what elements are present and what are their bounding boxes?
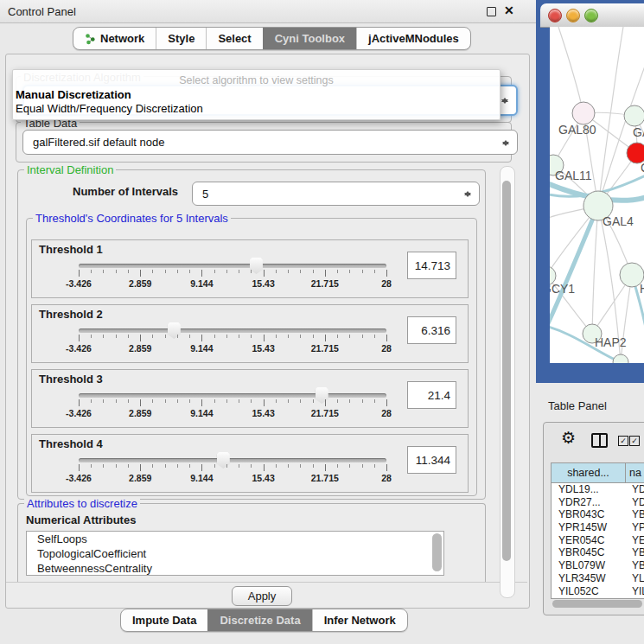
threshold-value-field[interactable]: 21.4 xyxy=(407,381,456,409)
minimize-light-icon[interactable] xyxy=(566,9,580,22)
tick-mark xyxy=(337,399,338,403)
panel-scrollbar-track[interactable] xyxy=(500,166,515,598)
tick-mark xyxy=(116,399,117,403)
node-table[interactable]: shared... na YDL19...YDL1YDR27...YDR2YBR… xyxy=(551,462,644,599)
threshold-slider-track[interactable] xyxy=(79,458,386,462)
network-graph: GAL80GACGAL11GAL4GCY1HHAP2 xyxy=(550,27,644,363)
tick-mark xyxy=(214,335,215,338)
column-header[interactable]: shared... xyxy=(552,463,626,482)
table-data-combobox-value: galFiltered.sif default node xyxy=(33,136,164,149)
close-light-icon[interactable] xyxy=(548,9,562,22)
attribute-item[interactable]: TopologicalCoefficient xyxy=(27,546,443,561)
tick-mark xyxy=(337,270,338,273)
tick-mark xyxy=(103,270,104,273)
table-data-combobox[interactable]: galFiltered.sif default node xyxy=(22,130,518,155)
node-GA[interactable] xyxy=(624,105,644,126)
tick-mark xyxy=(276,464,277,468)
tick-mark xyxy=(386,335,387,341)
tab-jactivemnodules[interactable]: jActiveMNodules xyxy=(356,28,470,49)
tick-label: 15.43 xyxy=(252,343,274,354)
tick-mark xyxy=(128,335,129,338)
table-row[interactable]: YPR145WYPR1 xyxy=(552,521,644,534)
table-row[interactable]: YER054CYER0 xyxy=(552,534,644,547)
popup-option-manual-discretization[interactable]: Manual Discretization xyxy=(16,88,497,101)
tick-mark xyxy=(264,464,265,471)
tab-discretize-data[interactable]: Discretize Data xyxy=(207,609,311,631)
zoom-light-icon[interactable] xyxy=(584,9,598,22)
table-row[interactable]: YIL052CYIL0 xyxy=(552,585,644,598)
tick-mark xyxy=(362,399,363,403)
table-row[interactable]: YBR045CYBR0 xyxy=(552,546,644,559)
table-hscrollbar-thumb[interactable] xyxy=(552,600,642,608)
apply-button[interactable]: Apply xyxy=(232,586,292,606)
tick-mark xyxy=(116,270,117,273)
table-row[interactable]: YDL19...YDL1 xyxy=(552,483,644,496)
tab-style[interactable]: Style xyxy=(156,28,206,49)
tick-mark xyxy=(165,270,166,273)
node-unlabeled[interactable] xyxy=(613,354,628,363)
tick-label: 28 xyxy=(381,408,392,418)
table-cell: YBR043C xyxy=(552,508,626,521)
table-cell: YDR2 xyxy=(626,496,644,509)
tick-mark xyxy=(103,464,104,468)
popup-placeholder: Select algorithm to view settings xyxy=(13,74,500,86)
tick-label: -3.426 xyxy=(66,408,92,418)
table-cell: YBL079W xyxy=(552,559,626,572)
tab-label: Discretize Data xyxy=(220,614,300,627)
numerical-attributes-list[interactable]: SelfLoopsTopologicalCoefficientBetweenne… xyxy=(26,531,444,576)
attribute-item[interactable]: SelfLoops xyxy=(27,532,443,546)
tick-mark xyxy=(79,270,80,277)
num-intervals-combobox[interactable]: 5 xyxy=(192,182,480,206)
tick-mark xyxy=(128,464,129,468)
checkbox-icon[interactable]: ✓ xyxy=(629,436,640,446)
tab-infer-network[interactable]: Infer Network xyxy=(312,609,407,631)
network-window-titlebar[interactable] xyxy=(540,3,644,28)
threshold-slider-track[interactable] xyxy=(79,393,386,398)
threshold-value-field[interactable]: 14.713 xyxy=(407,252,456,279)
attribute-item[interactable]: BetweennessCentrality xyxy=(27,561,443,576)
tick-mark xyxy=(251,399,252,403)
tab-label: Infer Network xyxy=(324,614,396,627)
tick-label: 15.43 xyxy=(252,278,274,289)
num-intervals-value: 5 xyxy=(202,188,208,201)
popup-option-equal-width-frequency[interactable]: Equal Width/Frequency Discretization xyxy=(16,102,497,115)
gear-icon[interactable]: ⚙ xyxy=(561,430,576,446)
tick-label: 21.715 xyxy=(311,343,339,354)
tick-mark xyxy=(251,335,252,338)
threshold-slider-track[interactable] xyxy=(79,328,386,333)
column-header[interactable]: na xyxy=(626,463,644,482)
table-row[interactable]: YBR043CYBR0 xyxy=(552,508,644,521)
tick-mark xyxy=(189,335,190,338)
network-canvas[interactable]: GAL80GACGAL11GAL4GCY1HHAP2 xyxy=(550,27,644,363)
table-panel-title: Table Panel xyxy=(548,399,607,412)
network-view-window: GAL80GACGAL11GAL4GCY1HHAP2 xyxy=(536,0,644,383)
checkbox-icon[interactable]: ✓ xyxy=(618,436,628,446)
table-row[interactable]: YBL079WYBL0 xyxy=(552,559,644,572)
tick-mark xyxy=(128,270,129,273)
threshold-row: Threshold 2-3.4262.8599.14415.4321.71528… xyxy=(31,304,469,363)
tick-mark xyxy=(362,464,363,468)
tab-select[interactable]: Select xyxy=(206,28,262,49)
tab-network[interactable]: Network xyxy=(73,28,156,49)
threshold-label: Threshold 2 xyxy=(39,308,103,321)
tick-label: 28 xyxy=(381,473,392,483)
node-label: GAL4 xyxy=(603,214,634,228)
threshold-slider-track[interactable] xyxy=(79,264,386,268)
tab-impute-data[interactable]: Impute Data xyxy=(121,609,207,631)
node-GAL80[interactable] xyxy=(572,102,595,124)
table-row[interactable]: YLR345WYLR3 xyxy=(552,572,644,585)
tick-mark xyxy=(288,270,289,273)
table-row[interactable]: YDR27...YDR2 xyxy=(552,496,644,509)
slider-ticks xyxy=(79,335,386,345)
list-scrollbar-thumb[interactable] xyxy=(432,533,442,571)
threshold-value-field[interactable]: 6.316 xyxy=(407,316,456,344)
numerical-attributes-label: Numerical Attributes xyxy=(26,513,136,526)
float-window-icon[interactable] xyxy=(487,7,496,16)
panel-scrollbar-thumb[interactable] xyxy=(502,181,511,561)
columns-icon[interactable] xyxy=(591,433,608,448)
tick-mark xyxy=(313,335,314,338)
threshold-value-field[interactable]: 11.344 xyxy=(407,446,456,474)
tick-mark xyxy=(374,335,375,338)
close-icon[interactable]: ✕ xyxy=(504,3,514,17)
tab-cyni-toolbox[interactable]: Cyni Toolbox xyxy=(263,28,356,49)
